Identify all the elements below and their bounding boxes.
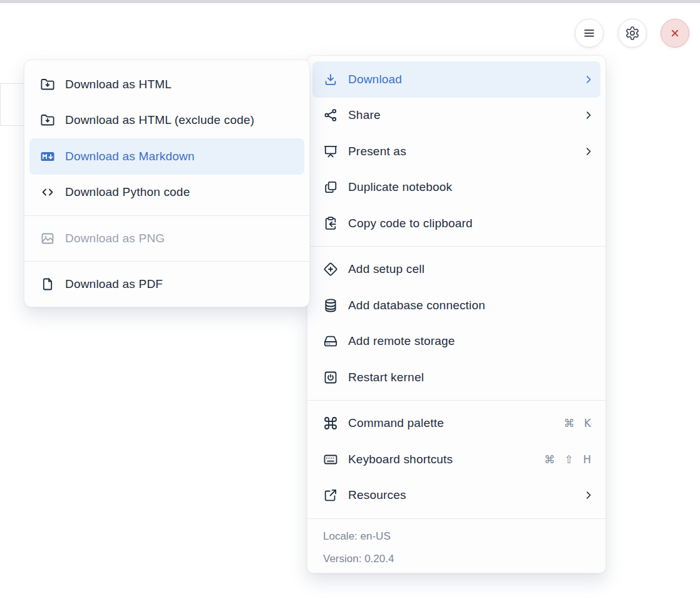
menu-footer: Locale: en-US Version: 0.20.4 xyxy=(307,518,605,573)
diamond-plus-icon xyxy=(323,262,338,277)
menu-item-label: Resources xyxy=(348,488,573,502)
chevron-right-icon xyxy=(583,110,594,121)
version-text: Version: 0.20.4 xyxy=(307,548,605,570)
code-icon xyxy=(40,185,55,200)
menu-item-label: Restart kernel xyxy=(348,371,594,384)
menu-item-add-database-connection[interactable]: Add database connection xyxy=(312,287,600,324)
hard-drive-icon xyxy=(323,334,338,349)
menu-item-copy-code-to-clipboard[interactable]: Copy code to clipboard xyxy=(312,205,600,242)
notebook-menu-items: DownloadSharePresent asDuplicate noteboo… xyxy=(307,61,605,513)
folder-download-icon xyxy=(40,77,55,92)
underlying-cell-outline xyxy=(0,83,26,126)
share-icon xyxy=(323,108,338,123)
folder-download-icon xyxy=(40,113,55,128)
notebook-menu: DownloadSharePresent asDuplicate noteboo… xyxy=(307,55,606,573)
menu-item-label: Copy code to clipboard xyxy=(348,217,594,230)
keyboard-icon xyxy=(323,452,338,467)
download-submenu: Download as HTMLDownload as HTML (exclud… xyxy=(24,59,310,307)
menu-item-label: Download xyxy=(348,73,573,86)
menu-separator xyxy=(307,246,605,247)
download-submenu-items: Download as HTMLDownload as HTML (exclud… xyxy=(24,66,309,302)
command-icon xyxy=(323,416,338,431)
menu-item-label: Add database connection xyxy=(348,299,594,312)
menu-item-label: Duplicate notebook xyxy=(348,180,594,194)
menu-item-download-as-png: Download as PNG xyxy=(29,220,304,257)
menu-item-label: Command palette xyxy=(348,416,553,430)
shortcut-hint: ⌘ K xyxy=(564,417,594,429)
notebook-actions-button[interactable] xyxy=(575,19,604,48)
presentation-icon xyxy=(323,144,338,159)
menu-item-download-as-markdown[interactable]: Download as Markdown xyxy=(29,138,304,175)
file-icon xyxy=(40,277,55,292)
menu-item-download-as-pdf[interactable]: Download as PDF xyxy=(29,267,304,303)
menu-item-label: Add remote storage xyxy=(348,334,594,348)
image-icon xyxy=(40,231,55,246)
download-icon xyxy=(323,72,338,87)
clipboard-copy-icon xyxy=(323,216,338,231)
window-top-border xyxy=(0,0,700,3)
markdown-icon xyxy=(40,149,55,164)
menu-item-label: Download as PDF xyxy=(65,277,298,291)
menu-item-label: Download Python code xyxy=(65,185,298,199)
menu-item-share[interactable]: Share xyxy=(312,98,600,134)
duplicate-icon xyxy=(323,180,338,195)
gear-icon xyxy=(625,26,640,41)
menu-item-command-palette[interactable]: Command palette⌘ K xyxy=(312,406,600,442)
menu-separator xyxy=(307,400,605,401)
menu-item-label: Download as Markdown xyxy=(65,150,298,163)
shortcut-hint: ⌘ ⇧ H xyxy=(544,453,594,466)
menu-item-label: Keyboard shortcuts xyxy=(348,453,534,466)
menu-item-duplicate-notebook[interactable]: Duplicate notebook xyxy=(312,170,600,206)
menu-item-restart-kernel[interactable]: Restart kernel xyxy=(312,359,600,396)
settings-button[interactable] xyxy=(618,19,647,48)
menu-separator xyxy=(24,261,309,262)
menu-item-label: Present as xyxy=(348,145,573,158)
menu-item-keyboard-shortcuts[interactable]: Keyboard shortcuts⌘ ⇧ H xyxy=(312,441,600,478)
locale-text: Locale: en-US xyxy=(307,525,605,548)
database-icon xyxy=(323,298,338,313)
menu-item-resources[interactable]: Resources xyxy=(312,478,600,514)
menu-item-label: Share xyxy=(348,108,573,122)
power-icon xyxy=(323,370,338,385)
close-icon xyxy=(667,26,682,41)
menu-item-add-setup-cell[interactable]: Add setup cell xyxy=(312,252,600,288)
hamburger-icon xyxy=(582,26,597,41)
chevron-right-icon xyxy=(583,490,594,501)
menu-item-present-as[interactable]: Present as xyxy=(312,133,600,170)
menu-item-download-as-html[interactable]: Download as HTML xyxy=(29,66,304,103)
menu-item-label: Download as HTML (exclude code) xyxy=(65,113,298,127)
menu-item-add-remote-storage[interactable]: Add remote storage xyxy=(312,324,600,360)
menu-item-label: Download as PNG xyxy=(65,232,298,245)
menu-item-download[interactable]: Download xyxy=(312,61,600,98)
shutdown-button[interactable] xyxy=(661,19,689,48)
chevron-right-icon xyxy=(583,146,594,157)
menu-item-download-python-code[interactable]: Download Python code xyxy=(29,175,304,211)
external-link-icon xyxy=(323,488,338,503)
app-background: Download as HTMLDownload as HTML (exclud… xyxy=(0,0,700,616)
chevron-right-icon xyxy=(583,74,594,85)
menu-item-label: Add setup cell xyxy=(348,262,594,276)
menu-item-label: Download as HTML xyxy=(65,78,298,91)
menu-item-download-as-html-exclude-code[interactable]: Download as HTML (exclude code) xyxy=(29,103,304,139)
menu-separator xyxy=(24,215,309,216)
